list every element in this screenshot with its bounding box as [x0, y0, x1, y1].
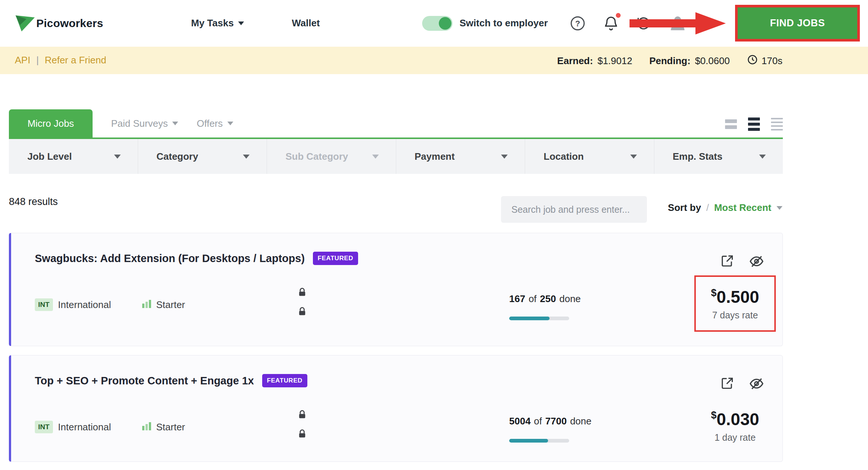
brand-logo[interactable]: Picoworkers [15, 12, 103, 34]
completion-stats: 5004 of 7700 done [509, 416, 628, 443]
lock-icon [297, 307, 307, 318]
chevron-down-icon [238, 21, 244, 25]
tab-micro-jobs[interactable]: Micro Jobs [9, 109, 93, 138]
nav-my-tasks-label: My Tasks [191, 17, 234, 29]
open-in-new-tab-icon[interactable] [720, 376, 734, 393]
region-name: International [58, 299, 111, 311]
filter-sub-category[interactable]: Sub Category [267, 139, 396, 174]
api-link[interactable]: API [15, 54, 30, 66]
rate-label: 1 day rate [714, 432, 755, 443]
annotation-box-price: $0.500 7 days rate [694, 275, 776, 332]
timer: 170s [747, 54, 782, 68]
pending-stat: Pending: $0.0600 [649, 55, 730, 67]
notification-dot [616, 13, 621, 18]
lock-icon [297, 287, 307, 299]
done-label: done [559, 293, 581, 305]
employer-level: Starter [156, 421, 185, 433]
clock-icon [747, 54, 758, 68]
filter-category[interactable]: Category [138, 139, 267, 174]
compact-view-icon[interactable] [771, 118, 783, 130]
search-input[interactable] [501, 196, 647, 223]
completion-stats: 167 of 250 done [509, 293, 628, 320]
view-toggles [725, 118, 783, 138]
stats-subbar: API | Refer a Friend Earned: $1.9012 Pen… [0, 47, 868, 74]
filter-label: Emp. Stats [673, 151, 722, 162]
hide-job-eye-off-icon[interactable] [749, 254, 764, 270]
pending-value: $0.0600 [695, 55, 730, 67]
sort-control[interactable]: Sort by / Most Recent [668, 202, 782, 214]
sort-by-label: Sort by [668, 202, 701, 214]
hide-job-eye-off-icon[interactable] [749, 376, 764, 393]
featured-badge: FEATURED [313, 252, 358, 265]
notifications-bell-icon[interactable] [603, 15, 619, 32]
earned-value: $1.9012 [597, 55, 632, 67]
job-title[interactable]: Top + SEO + Promote Content + Engage 1x [35, 375, 254, 387]
employer-toggle[interactable] [422, 16, 453, 31]
region-code-badge: INT [35, 298, 53, 311]
filter-label: Location [544, 151, 584, 162]
card-view-icon[interactable] [725, 119, 737, 129]
nav-wallet-label: Wallet [292, 17, 320, 29]
filter-emp-stats[interactable]: Emp. Stats [654, 139, 783, 174]
tabs-bar: Micro Jobs Paid Surveys Offers [9, 111, 783, 139]
filter-bar: Job Level Category Sub Category Payment … [9, 139, 783, 174]
chevron-down-icon [777, 206, 782, 210]
progress-bar [509, 439, 569, 443]
progress-fill [509, 317, 550, 320]
filter-location[interactable]: Location [525, 139, 654, 174]
locked-info [297, 410, 307, 441]
picoworkers-logo-icon [15, 12, 36, 34]
price-block: $0.030 1 day rate [694, 398, 776, 454]
switch-to-employer-label: Switch to employer [460, 17, 548, 29]
user-avatar-icon[interactable] [668, 13, 687, 33]
filter-label: Category [157, 151, 198, 162]
job-price: $0.500 [711, 287, 759, 307]
filter-label: Sub Category [286, 151, 348, 162]
open-in-new-tab-icon[interactable] [720, 254, 734, 270]
locked-info [297, 287, 307, 318]
earned-stat: Earned: $1.9012 [557, 55, 632, 67]
job-list: Swagbucks: Add Extension (For Desktops /… [9, 233, 783, 462]
of-label: of [534, 416, 542, 427]
job-card[interactable]: Swagbucks: Add Extension (For Desktops /… [9, 233, 783, 346]
price-value: 0.500 [717, 287, 759, 307]
sort-separator: / [706, 202, 709, 214]
tab-offers-label: Offers [197, 118, 223, 129]
filter-job-level[interactable]: Job Level [9, 139, 138, 174]
currency-symbol: $ [711, 410, 717, 421]
chevron-down-icon [759, 155, 766, 159]
chevron-down-icon [501, 155, 508, 159]
sort-value[interactable]: Most Recent [714, 202, 771, 214]
tab-paid-surveys[interactable]: Paid Surveys [111, 109, 178, 138]
featured-badge: FEATURED [262, 374, 307, 387]
history-icon[interactable] [635, 15, 652, 32]
lock-icon [297, 410, 307, 421]
chevron-down-icon [172, 122, 178, 125]
filter-payment[interactable]: Payment [396, 139, 525, 174]
list-view-icon[interactable] [748, 118, 760, 131]
done-count: 167 [509, 293, 525, 305]
pending-label: Pending: [649, 55, 690, 67]
chevron-down-icon [227, 122, 233, 125]
price-value: 0.030 [717, 410, 759, 429]
nav-my-tasks[interactable]: My Tasks [191, 17, 244, 29]
refer-a-friend-link[interactable]: Refer a Friend [45, 54, 106, 66]
job-title[interactable]: Swagbucks: Add Extension (For Desktops /… [35, 252, 305, 265]
chevron-down-icon [243, 155, 250, 159]
help-icon[interactable]: ? [570, 15, 586, 32]
done-total: 250 [540, 293, 556, 305]
svg-text:?: ? [575, 19, 580, 28]
brand-name: Picoworkers [36, 17, 103, 30]
lock-icon [297, 429, 307, 441]
find-jobs-button[interactable]: FIND JOBS [738, 7, 857, 39]
region-name: International [58, 421, 111, 433]
job-price: $0.030 [711, 409, 759, 429]
done-label: done [570, 416, 591, 427]
results-toolbar: 848 results Sort by / Most Recent [0, 174, 868, 233]
tab-offers[interactable]: Offers [197, 109, 233, 138]
timer-value: 170s [762, 55, 782, 67]
filter-label: Job Level [27, 151, 72, 162]
nav-wallet[interactable]: Wallet [292, 17, 320, 29]
results-count: 848 results [9, 196, 58, 208]
job-card[interactable]: Top + SEO + Promote Content + Engage 1x … [9, 355, 783, 462]
